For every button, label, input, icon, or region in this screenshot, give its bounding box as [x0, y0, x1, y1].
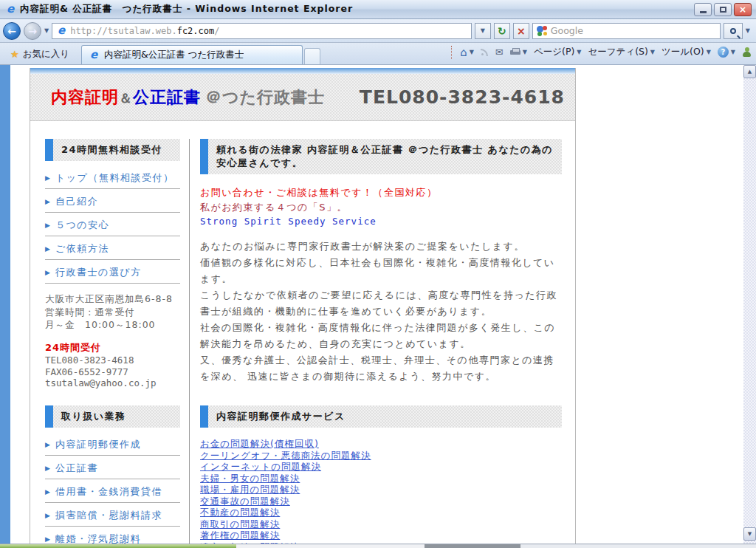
services-header: 内容証明郵便作成サービス [200, 405, 562, 428]
contact-line: TEL080-3823-4618 [45, 355, 180, 366]
page-top-gradient-bar [30, 68, 575, 74]
service-link[interactable]: 夫婦・男女の問題解決 [200, 473, 562, 484]
status-bar [0, 544, 756, 548]
sidebar-nav-link[interactable]: ▶ 離婚・浮気慰謝料 [45, 527, 180, 544]
tab-active[interactable]: e 内容証明&公正証書 つた行政書士 [81, 45, 303, 64]
service-link[interactable]: 職場・雇用の問題解決 [200, 484, 562, 496]
page-viewport: 内容証明＆公正証書＠つた行政書士 TEL080-3823-4618 24時間無料… [0, 65, 756, 544]
main-content: 頼れる街の法律家 内容証明＆公正証書 ＠つた行政書士 あなたの為の安心屋さんです… [190, 139, 562, 544]
intro-paragraph: あなたのお悩みに専門家行政書士が解決案のご提案をいたします。 [200, 239, 562, 255]
search-icon [730, 28, 736, 34]
triangle-bullet-icon: ▶ [45, 219, 51, 232]
home-button[interactable]: ⌂▼ [460, 46, 474, 59]
separator [451, 46, 452, 59]
triangle-bullet-icon: ▶ [45, 533, 51, 544]
messenger-button[interactable] [742, 47, 752, 57]
window-controls: × [694, 3, 752, 16]
service-link[interactable]: 不動産の問題解決 [200, 507, 562, 518]
url-prefix: http://tsutalaw.web. [70, 26, 177, 36]
service-link[interactable]: 交通事故の問題解決 [200, 496, 562, 507]
sidebar-nav-link[interactable]: ▶ ５つの安心 [45, 213, 180, 236]
sidebar-nav-link[interactable]: ▶ 損害賠償・慰謝料請求 [45, 503, 180, 527]
tools-menu[interactable]: ツール(O)▼ [662, 46, 711, 58]
sidebar-nav-link[interactable]: ▶ 自己紹介 [45, 189, 180, 213]
sidebar-nav-link[interactable]: ▶ 行政書士の選び方 [45, 260, 180, 284]
sidebar-nav-link[interactable]: ▶ ご依頼方法 [45, 236, 180, 260]
mail-icon: ✉ [495, 47, 504, 58]
safety-menu-label: セーフティ(S) [588, 46, 647, 58]
minimize-button[interactable] [694, 3, 712, 16]
services-title: 内容証明郵便作成サービス [216, 411, 346, 422]
scroll-down-button[interactable]: ▼ [743, 527, 756, 541]
read-mail-button[interactable]: ✉ [495, 47, 504, 58]
service-link[interactable]: 遺産・相続の問題解決 [200, 541, 562, 544]
refresh-button[interactable]: ↻ [494, 23, 510, 39]
service-link[interactable]: クーリングオフ・悪徳商法の問題解決 [200, 450, 562, 462]
search-button[interactable] [724, 23, 743, 39]
feeds-button[interactable] [481, 48, 489, 56]
free-consultation-notice: お問い合わせ・ご相談は無料です！（全国対応） [200, 186, 562, 199]
services-section: 内容証明郵便作成サービス お金の問題解決(債権回収)クーリングオフ・悪徳商法の問… [200, 405, 562, 544]
favorites-button[interactable]: ★ お気に入り [4, 45, 75, 63]
help-button[interactable]: ?▼ [718, 47, 735, 58]
rss-icon [481, 48, 489, 56]
home-icon: ⌂ [460, 46, 467, 59]
new-tab-button[interactable] [304, 48, 320, 64]
sidebar-nav-label: 公正証書 [55, 462, 98, 473]
web-page: 内容証明＆公正証書＠つた行政書士 TEL080-3823-4618 24時間無料… [30, 68, 576, 544]
star-icon: ★ [10, 49, 19, 60]
tab-title: 内容証明&公正証書 つた行政書士 [104, 49, 244, 61]
triangle-bullet-icon: ▶ [45, 510, 51, 522]
service-link[interactable]: インターネットの問題解決 [200, 461, 562, 473]
sidebar-nav-link[interactable]: ▶ 内容証明郵便作成 [45, 432, 180, 456]
blue-chip-icon [45, 405, 53, 428]
scroll-up-button[interactable]: ▲ [743, 65, 756, 78]
blue-chip-icon [200, 405, 208, 428]
command-bar: ⌂▼ ✉ ▼ ページ(P)▼ セーフティ(S)▼ ツール(O)▼ ?▼ [451, 43, 752, 64]
sidebar-section-services-title: 取り扱い業務 [61, 411, 126, 422]
sidebar-nav-label: 自己紹介 [55, 196, 98, 207]
sidebar-nav-link[interactable]: ▶ 借用書・金銭消費貸借 [45, 479, 180, 503]
chevron-down-icon: ▼ [481, 27, 485, 34]
sidebar-nav-label: トップ（無料相談受付） [55, 172, 173, 183]
print-button[interactable]: ▼ [510, 48, 527, 56]
safety-menu[interactable]: セーフティ(S)▼ [588, 46, 655, 58]
service-link[interactable]: 商取引の問題解決 [200, 518, 562, 530]
chevron-down-icon: ▼ [523, 49, 527, 55]
restore-button[interactable] [714, 3, 732, 16]
sidebar-nav-label: 行政書士の選び方 [55, 267, 142, 278]
sidebar-nav-label: 内容証明郵便作成 [55, 439, 141, 450]
service-link[interactable]: お金の問題解決(債権回収) [200, 438, 562, 450]
contact-line: FAX06-6552-9777 [45, 366, 180, 378]
service-link[interactable]: 著作権の問題解決 [200, 530, 562, 541]
search-input[interactable]: Google [532, 23, 721, 39]
site-phone-number: TEL080-3823-4618 [360, 86, 565, 108]
chevron-down-icon: ▼ [731, 49, 735, 55]
address-dropdown-button[interactable]: ▼ [475, 23, 491, 39]
sidebar-nav-label: 借用書・金銭消費貸借 [55, 486, 162, 497]
ie-logo-icon: e [4, 4, 16, 16]
page-menu-label: ページ(P) [534, 46, 574, 58]
url-text: http://tsutalaw.web.fc2.com/ [70, 26, 468, 36]
sidebar-nav-link[interactable]: ▶ 公正証書 [45, 456, 180, 479]
sidebar-nav-label: ５つの安心 [55, 219, 109, 230]
forward-button[interactable]: → [24, 22, 41, 40]
sidebar-nav-label: ご依頼方法 [55, 243, 109, 254]
sidebar-nav-link[interactable]: ▶ トップ（無料相談受付） [45, 165, 180, 189]
minimize-icon [700, 11, 707, 13]
status-segment [425, 544, 520, 548]
search-placeholder: Google [551, 25, 716, 36]
chevron-down-icon: ▼ [577, 49, 581, 55]
stop-button[interactable]: × [513, 23, 529, 39]
page-menu[interactable]: ページ(P)▼ [534, 46, 582, 58]
close-button[interactable]: × [734, 3, 752, 16]
history-dropdown-icon[interactable]: ▼ [44, 27, 49, 34]
intro-title: 頼れる街の法律家 内容証明＆公正証書 ＠つた行政書士 あなたの為の安心屋さんです… [216, 144, 553, 168]
back-button[interactable]: ← [3, 22, 21, 40]
status-segment [236, 544, 425, 548]
status-segment [520, 544, 756, 548]
address-input[interactable]: e http://tsutalaw.web.fc2.com/ [52, 23, 472, 39]
search-options-icon[interactable]: ▼ [746, 27, 750, 34]
vertical-scrollbar[interactable]: ▲ ▼ [743, 65, 756, 544]
site-title-amp: ＆ [119, 90, 133, 106]
